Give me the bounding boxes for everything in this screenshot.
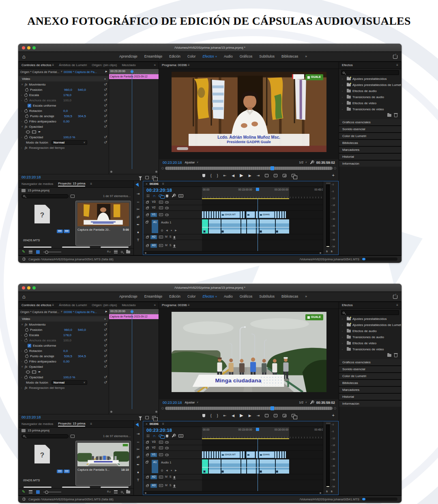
linked-selection-icon[interactable]	[159, 435, 163, 437]
mute-button[interactable]: M	[165, 484, 167, 487]
track-select-tool-icon[interactable]: ⇥	[137, 192, 140, 196]
track-label[interactable]: V2	[150, 206, 157, 210]
mic-icon[interactable]	[174, 476, 175, 478]
source-patch-icon[interactable]	[159, 484, 163, 487]
clip-thumbnail[interactable]	[77, 443, 129, 466]
reset-icon[interactable]: ↺	[103, 83, 107, 86]
anclaje-x-value[interactable]: 539,5	[64, 114, 72, 118]
minimize-window-button[interactable]	[27, 286, 30, 290]
video-clip[interactable]	[246, 211, 255, 218]
reasignacion-tiempo-row[interactable]: ›fxReasignación del tiempo	[19, 385, 109, 390]
collapse-icon[interactable]: ▲	[104, 317, 106, 320]
track-label[interactable]: V3	[150, 200, 157, 204]
project-item-offline[interactable]: ? 00426.MTS	[21, 201, 73, 245]
workspace-overflow-button[interactable]: »	[305, 54, 307, 58]
toggle-track-output-icon[interactable]	[165, 201, 169, 204]
tree-item-transiciones-video[interactable]: ›Transiciones de video	[339, 346, 401, 352]
export-share-icon[interactable]	[393, 295, 397, 299]
tab-overflow-icon[interactable]: »	[154, 63, 156, 67]
list-view-icon[interactable]	[29, 250, 32, 253]
video-clip[interactable]	[246, 451, 255, 458]
panel-menu-icon[interactable]: ≡	[396, 303, 398, 307]
prev-keyframe-icon[interactable]: ◀	[166, 229, 168, 232]
panel-tab-graficos-esenciales[interactable]: Gráficos esenciales	[339, 119, 401, 125]
tab-origen[interactable]: Origen: (sin clips)	[92, 303, 117, 307]
source-patch-icon[interactable]	[159, 446, 163, 449]
timeline-timecode[interactable]: 00:23:20:18	[146, 428, 202, 433]
pen-tool-icon[interactable]: ✒	[137, 223, 140, 227]
keyframe-type-icon[interactable]	[161, 229, 163, 232]
tree-item-ajustes-preestablecidos[interactable]: ›Ajustes preestablecidos	[339, 316, 401, 322]
selection-tool-icon[interactable]	[135, 423, 141, 429]
effect-controls-timeline[interactable]: 00:23:20:00 Captura de Pantalla 2023-09-…	[109, 69, 159, 174]
go-to-in-icon[interactable]: ⇤	[223, 174, 227, 178]
workspace-tab-edicion[interactable]: Edición	[169, 294, 180, 298]
fx-badge[interactable]	[276, 470, 278, 473]
reset-icon[interactable]: ↺	[103, 365, 107, 369]
project-search-input[interactable]	[21, 434, 69, 438]
new-custom-bin-icon[interactable]	[387, 354, 391, 357]
pen-mask-icon[interactable]: ✒	[38, 130, 41, 134]
lock-icon[interactable]	[146, 202, 148, 204]
program-video-frame[interactable]: GUALE Lcdo. Adrián Molina Muñoz Msc. Pre…	[172, 72, 326, 152]
panel-tab-informacion[interactable]: Información	[339, 161, 401, 167]
workspace-tab-color[interactable]: Color	[187, 54, 195, 58]
step-forward-icon[interactable]: ▶	[249, 174, 251, 178]
stopwatch-icon[interactable]	[24, 334, 28, 337]
sequence-clip-name[interactable]: 00396 * Captura de Pa...	[64, 310, 97, 314]
tab-programa[interactable]: Programa: 00396 ≡	[162, 63, 190, 67]
panel-tab-marcadores[interactable]: Marcadores	[339, 387, 401, 393]
workspace-tab-edicion[interactable]: Edición	[169, 54, 180, 58]
home-icon[interactable]: ⌂	[22, 54, 26, 60]
reset-icon[interactable]: ↺	[103, 104, 107, 107]
ripple-edit-tool-icon[interactable]: ↔	[136, 440, 140, 444]
collapse-icon[interactable]: ▲	[104, 77, 106, 80]
step-back-icon[interactable]: ◀	[232, 174, 234, 178]
toggle-track-output-icon[interactable]	[165, 447, 169, 449]
track-label[interactable]: V1	[150, 453, 157, 457]
workspace-tab-bibliotecas[interactable]: Bibliotecas	[281, 54, 298, 58]
razor-tool-icon[interactable]: ✂	[137, 207, 140, 212]
reset-icon[interactable]: ↺	[103, 125, 107, 129]
source-patch-icon[interactable]	[159, 206, 163, 209]
panel-menu-icon[interactable]: ≡	[52, 303, 54, 307]
rect-mask-icon[interactable]	[32, 371, 36, 373]
effects-search-input[interactable]	[341, 70, 399, 75]
delete-icon[interactable]	[394, 114, 397, 117]
panel-menu-icon[interactable]: ≡	[162, 182, 164, 186]
panel-tab-sonido-esencial[interactable]: Sonido esencial	[339, 126, 401, 132]
solo-button[interactable]: S	[170, 235, 172, 238]
reset-icon[interactable]: ↺	[103, 381, 107, 384]
audio-track-name[interactable]: Audio 1	[161, 461, 171, 464]
comparison-view-icon[interactable]	[292, 174, 295, 177]
settings-wrench-icon[interactable]	[310, 161, 313, 164]
tab-navegador-de-medios[interactable]: Navegador de medios	[21, 422, 53, 426]
reset-icon[interactable]: ↺	[103, 323, 107, 326]
automate-icon[interactable]	[114, 250, 118, 253]
panel-menu-icon[interactable]: ≡	[90, 422, 92, 426]
video-clip[interactable]: 00446	[259, 451, 275, 458]
tree-item-ajustes-lumetri[interactable]: ›Ajustes preestablecidos de Lumetri	[339, 322, 401, 328]
captions-icon[interactable]: CC	[178, 434, 183, 438]
bin-icon[interactable]	[71, 195, 75, 198]
tab-efectos[interactable]: Efectos	[342, 303, 353, 307]
source-clip-dropdown[interactable]: Origen * Captura de Pantal...	[20, 310, 59, 314]
new-custom-bin-icon[interactable]	[387, 114, 391, 117]
solo-button[interactable]: S	[170, 484, 172, 487]
fx-badge[interactable]	[203, 230, 206, 233]
tab-overflow-icon[interactable]: »	[154, 303, 156, 307]
stopwatch-icon[interactable]	[24, 360, 28, 363]
resolution-dropdown[interactable]: 1/2∨	[299, 401, 307, 405]
mark-in-icon[interactable]: {	[210, 414, 212, 418]
new-bin-icon[interactable]	[126, 251, 130, 253]
track-label[interactable]: A3	[150, 244, 157, 248]
reset-icon[interactable]: ↺	[103, 354, 107, 358]
export-frame-icon[interactable]	[283, 414, 286, 417]
effect-controls-timecode[interactable]: 00:23:20:18	[21, 175, 41, 180]
toggle-track-output-icon[interactable]	[165, 214, 169, 216]
tree-item-transiciones-audio[interactable]: ›Transiciones de audio	[339, 334, 401, 340]
edit-pencil-icon[interactable]: ✎	[22, 489, 25, 494]
stopwatch-icon[interactable]	[25, 115, 28, 118]
ellipse-mask-icon[interactable]	[26, 371, 30, 373]
slip-tool-icon[interactable]: ⇄	[137, 455, 140, 459]
